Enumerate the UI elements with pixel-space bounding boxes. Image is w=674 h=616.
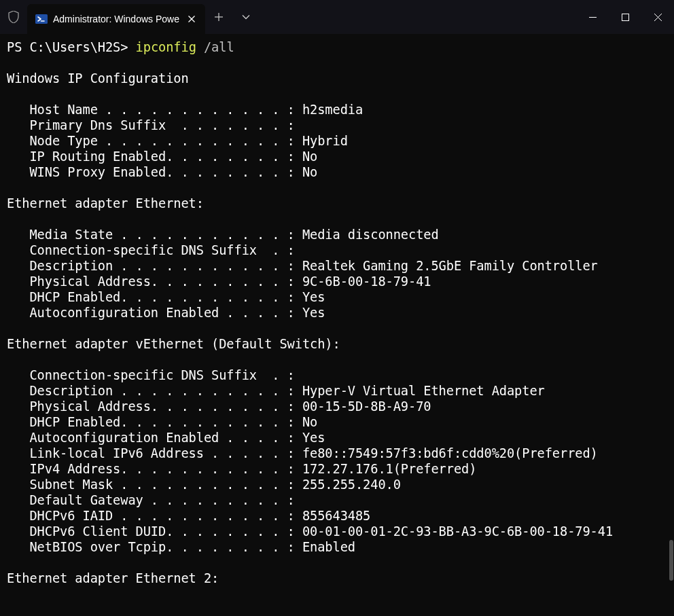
output-label: NetBIOS over Tcpip. . . . . . . . : bbox=[7, 540, 302, 554]
output-value: fe80::7549:57f3:bd6f:cdd0%20(Preferred) bbox=[302, 446, 598, 460]
output-label: IPv4 Address. . . . . . . . . . . : bbox=[7, 462, 302, 476]
close-icon bbox=[188, 16, 195, 22]
output-value: 9C-6B-00-18-79-41 bbox=[302, 274, 431, 289]
output-value: 855643485 bbox=[302, 509, 370, 523]
titlebar-drag-region[interactable] bbox=[260, 0, 576, 34]
section-heading: Ethernet adapter vEthernet (Default Swit… bbox=[7, 337, 340, 351]
output-label: Media State . . . . . . . . . . . : bbox=[7, 228, 302, 242]
output-label: Autoconfiguration Enabled . . . . : bbox=[7, 431, 302, 445]
output-label: Connection-specific DNS Suffix . : bbox=[7, 368, 295, 382]
output-label: Physical Address. . . . . . . . . : bbox=[7, 274, 302, 289]
output-value: Yes bbox=[302, 431, 325, 445]
output-value: Enabled bbox=[302, 540, 355, 554]
shield-icon bbox=[8, 11, 19, 23]
output-label: DHCP Enabled. . . . . . . . . . . : bbox=[7, 415, 302, 429]
prompt: PS C:\Users\H2S> bbox=[7, 40, 128, 54]
section-heading: Ethernet adapter Ethernet: bbox=[7, 196, 204, 211]
scrollbar-thumb[interactable] bbox=[669, 540, 673, 581]
plus-icon bbox=[215, 13, 223, 21]
output-label: DHCP Enabled. . . . . . . . . . . : bbox=[7, 290, 302, 304]
output-value: No bbox=[302, 149, 317, 164]
output-value: 255.255.240.0 bbox=[302, 477, 401, 492]
close-icon bbox=[654, 14, 662, 21]
output-label: IP Routing Enabled. . . . . . . . : bbox=[7, 149, 302, 164]
output-label: Subnet Mask . . . . . . . . . . . : bbox=[7, 477, 302, 492]
close-window-button[interactable] bbox=[641, 0, 674, 34]
output-label: Physical Address. . . . . . . . . : bbox=[7, 399, 302, 414]
new-tab-button[interactable] bbox=[205, 0, 232, 34]
output-label: Host Name . . . . . . . . . . . . : bbox=[7, 103, 302, 117]
powershell-icon bbox=[35, 13, 48, 25]
output-value: Hyper-V Virtual Ethernet Adapter bbox=[302, 384, 545, 398]
maximize-icon bbox=[622, 14, 629, 21]
titlebar: Administrator: Windows Powe bbox=[0, 0, 674, 34]
command-arg: /all bbox=[204, 40, 234, 54]
output-label: DHCPv6 Client DUID. . . . . . . . : bbox=[7, 524, 302, 539]
minimize-button[interactable] bbox=[576, 0, 609, 34]
output-label: WINS Proxy Enabled. . . . . . . . : bbox=[7, 165, 302, 179]
output-label: Autoconfiguration Enabled . . . . : bbox=[7, 306, 302, 320]
output-value: Yes bbox=[302, 306, 325, 320]
output-value: 00-01-00-01-2C-93-BB-A3-9C-6B-00-18-79-4… bbox=[302, 524, 613, 539]
svg-rect-0 bbox=[35, 14, 48, 24]
output-value: Media disconnected bbox=[302, 228, 439, 242]
svg-rect-7 bbox=[622, 14, 628, 20]
output-label: Link-local IPv6 Address . . . . . : bbox=[7, 446, 302, 460]
privacy-shield-icon[interactable] bbox=[0, 0, 27, 34]
output-value: 00-15-5D-8B-A9-70 bbox=[302, 399, 431, 414]
output-label: Description . . . . . . . . . . . : bbox=[7, 384, 302, 398]
section-heading: Ethernet adapter Ethernet 2: bbox=[7, 571, 219, 585]
output-label: Node Type . . . . . . . . . . . . : bbox=[7, 134, 302, 148]
output-value: Realtek Gaming 2.5GbE Family Controller bbox=[302, 259, 598, 273]
command: ipconfig bbox=[136, 40, 196, 54]
output-value: No bbox=[302, 165, 317, 179]
output-value: No bbox=[302, 415, 317, 429]
output-label: DHCPv6 IAID . . . . . . . . . . . : bbox=[7, 509, 302, 523]
tab-close-button[interactable] bbox=[185, 12, 198, 26]
tab-title: Administrator: Windows Powe bbox=[53, 14, 179, 24]
terminal-output[interactable]: PS C:\Users\H2S> ipconfig /all Windows I… bbox=[0, 34, 674, 592]
chevron-down-icon bbox=[242, 14, 250, 20]
output-value: h2smedia bbox=[302, 103, 363, 117]
minimize-icon bbox=[589, 14, 597, 21]
output-value: Hybrid bbox=[302, 134, 348, 148]
output-value: Yes bbox=[302, 290, 325, 304]
tab-powershell[interactable]: Administrator: Windows Powe bbox=[27, 4, 205, 34]
output-value: 172.27.176.1(Preferred) bbox=[302, 462, 476, 476]
output-label: Primary Dns Suffix . . . . . . . : bbox=[7, 118, 295, 132]
window-controls bbox=[576, 0, 674, 34]
output-label: Description . . . . . . . . . . . : bbox=[7, 259, 302, 273]
output-label: Default Gateway . . . . . . . . . : bbox=[7, 493, 295, 507]
tab-dropdown-button[interactable] bbox=[232, 0, 260, 34]
output-label: Connection-specific DNS Suffix . : bbox=[7, 243, 295, 257]
section-heading: Windows IP Configuration bbox=[7, 71, 189, 86]
maximize-button[interactable] bbox=[609, 0, 641, 34]
